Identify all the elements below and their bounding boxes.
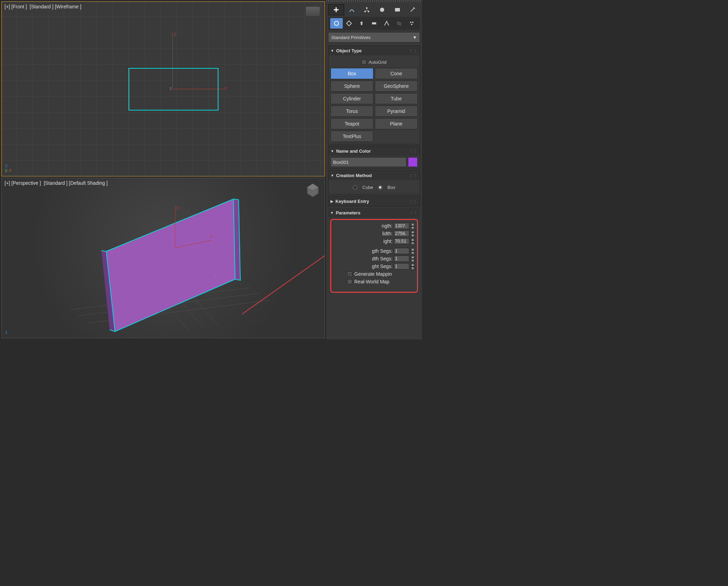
collapse-icon: ▼ [331,49,334,53]
autogrid-row: AutoGrid [331,58,418,67]
svg-point-31 [412,22,413,23]
svg-rect-17 [366,7,367,9]
param-height: ight: 70.51 ▲▼ [333,237,415,245]
param-width-input[interactable]: 2756. [394,230,409,237]
viewport-front[interactable]: [+] [Front ] [Standard ] [Wireframe ] y … [1,1,325,176]
collapse-icon: ▼ [331,149,334,153]
param-hsegs-input[interactable]: 1 [394,263,409,269]
param-lsegs-input[interactable]: 1 [394,248,409,254]
grip-icon[interactable]: ⋮⋮ [410,211,418,215]
rollout-creation-method: ▼ Creation Method ⋮⋮ Cube Box [328,170,420,195]
helpers-tab[interactable] [380,18,393,29]
checkbox[interactable] [347,279,352,284]
param-wsegs-input[interactable]: 1 [394,256,409,262]
param-length: ngth: 1307. ▲▼ [333,222,415,230]
svg-marker-29 [375,22,376,25]
vp-menu-view[interactable]: [Perspective ] [11,180,41,186]
grip-icon[interactable]: ⋮⋮ [409,199,418,203]
shapes-tab[interactable] [343,18,355,29]
svg-rect-28 [372,22,375,24]
svg-rect-18 [364,11,366,12]
radio-box[interactable] [378,185,382,190]
object-type-tube[interactable]: Tube [375,93,418,104]
rollout-header[interactable]: ▼ Creation Method ⋮⋮ [328,170,420,180]
vp-menu-plus[interactable]: [+] [5,4,10,9]
chevron-down-icon: ▼ [412,35,417,40]
rollout-name-color: ▼ Name and Color ⋮⋮ [328,146,420,169]
utilities-tab[interactable] [405,4,420,15]
wireframe-box[interactable] [129,68,218,111]
box-mesh [101,199,240,332]
lights-tab[interactable] [355,18,368,29]
svg-rect-23 [395,8,400,12]
parameters-highlight-box: ngth: 1307. ▲▼ lidth: 2756. ▲▼ ight: 70.… [330,219,418,293]
collapse-icon: ▼ [331,174,334,177]
cameras-tab[interactable] [368,18,380,29]
vp-menu-plus[interactable]: [+] [5,180,10,186]
axis-y-label: y [177,205,179,210]
checkbox[interactable]: ✔ [347,272,352,276]
create-category-tabs [328,17,420,30]
rollout-header[interactable]: ▶ Keyboard Entry ⋮⋮ [328,196,420,206]
vp-menu-standard[interactable]: [Standard ] [30,4,54,9]
rollout-header[interactable]: ▼ Parameters ⋮⋮ [328,208,420,218]
viewport-area: [+] [Front ] [Standard ] [Wireframe ] y … [0,0,326,340]
gizmo-z: z [5,330,7,334]
spinner[interactable]: ▲▼ [411,248,415,254]
grip-icon[interactable]: ⋮⋮ [409,174,418,177]
rollout-keyboard-entry: ▶ Keyboard Entry ⋮⋮ [328,196,420,206]
param-height-input[interactable]: 70.51 [394,238,409,244]
object-type-pyramid[interactable]: Pyramid [375,106,418,117]
object-type-cylinder[interactable]: Cylinder [331,93,373,104]
systems-tab[interactable] [405,18,418,29]
rollout-title: Name and Color [336,149,371,154]
viewport-label[interactable]: [+] [Front ] [Standard ] [Wireframe ] [5,4,82,9]
rollout-header[interactable]: ▼ Object Type ⋮⋮ [328,46,420,55]
geometry-tab[interactable] [330,18,343,29]
vp-menu-shading[interactable]: [Wireframe ] [55,4,81,9]
object-type-plane[interactable]: Plane [375,118,418,129]
object-type-geosphere[interactable]: GeoSphere [375,81,418,92]
spinner[interactable]: ▲▼ [411,238,415,244]
rollout-header[interactable]: ▼ Name and Color ⋮⋮ [328,146,420,156]
object-type-cone[interactable]: Cone [375,68,418,79]
vp-menu-shading[interactable]: [Default Shading ] [69,180,108,186]
param-length-input[interactable]: 1307. [394,223,409,229]
object-type-textplus[interactable]: TextPlus [331,131,373,142]
grip-icon[interactable]: ⋮⋮ [409,49,418,53]
rollout-title: Parameters [336,210,361,215]
hierarchy-tab[interactable] [359,4,374,15]
check-generate-mapping: ✔ Generate Mappin [333,270,415,278]
radio-box-label: Box [387,185,395,190]
object-color-swatch[interactable] [408,157,418,167]
grip-icon[interactable]: ⋮⋮ [409,149,418,153]
autogrid-checkbox[interactable] [362,60,366,64]
svg-point-26 [361,22,363,24]
viewcube-icon[interactable] [306,7,320,16]
spinner[interactable]: ▲▼ [411,256,415,262]
axis-y-label: y [174,32,176,37]
object-type-box[interactable]: Box [331,68,373,79]
spacewarps-tab[interactable] [393,18,405,29]
object-type-sphere[interactable]: Sphere [331,81,373,92]
rollout-parameters: ▼ Parameters ⋮⋮ ngth: 1307. ▲▼ lidth: 27… [328,208,420,295]
modify-tab[interactable] [344,4,359,15]
spinner[interactable]: ▲▼ [411,230,415,237]
check-label: Generate Mappin [354,271,392,277]
create-tab[interactable] [328,4,344,15]
object-type-teapot[interactable]: Teapot [331,118,373,129]
viewport-perspective[interactable]: [+] [Perspective ] [Standard ] [Default … [1,178,325,338]
vp-menu-view[interactable]: [Front ] [11,4,27,9]
param-height-segs: ght Segs: 1 ▲▼ [333,262,415,270]
primitive-category-dropdown[interactable]: Standard Primitives ▼ [328,32,420,43]
object-type-torus[interactable]: Torus [331,106,373,117]
radio-cube[interactable] [353,185,357,190]
param-length-segs: gth Segs: 1 ▲▼ [333,247,415,255]
viewport-label[interactable]: [+] [Perspective ] [Standard ] [Default … [5,180,108,186]
motion-tab[interactable] [374,4,390,15]
vp-menu-standard[interactable]: [Standard ] [44,180,68,186]
display-tab[interactable] [390,4,405,15]
object-name-input[interactable] [331,157,406,167]
spinner[interactable]: ▲▼ [411,263,415,269]
spinner[interactable]: ▲▼ [411,223,415,229]
